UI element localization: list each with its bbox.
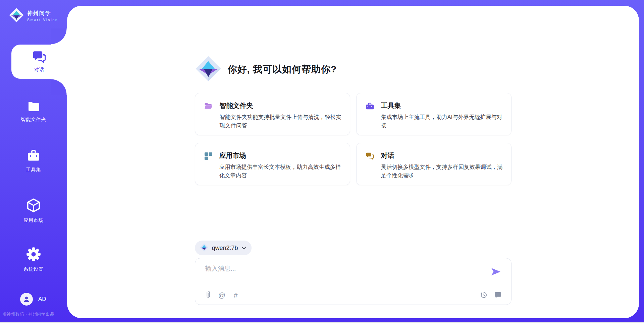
card-app-market[interactable]: 应用市场 应用市场提供丰富长文本模板，助力高效生成多样化文章内容 bbox=[195, 143, 350, 185]
user-profile[interactable]: AD bbox=[20, 293, 46, 306]
tab-curve-bottom bbox=[51, 79, 67, 95]
composer-divider bbox=[203, 286, 503, 286]
card-chat[interactable]: 对话 灵活切换多模型文件，支持多样回复效果调试，满足个性化需求 bbox=[356, 143, 512, 185]
model-diamond-icon bbox=[200, 243, 209, 253]
brand-name: 神州问学 bbox=[27, 10, 58, 17]
sidebar: 神州问学 Smart Vision 对话 bbox=[0, 0, 67, 325]
feature-cards: 智能文件夹 智能文件夹功能支持批量文件上传与清洗，轻松实现文件问答 bbox=[195, 93, 512, 185]
card-title: 工具集 bbox=[381, 101, 507, 110]
sidebar-item-smart-folder[interactable]: 智能文件夹 bbox=[0, 100, 67, 123]
mention-icon[interactable]: @ bbox=[218, 290, 226, 299]
attachment-icon[interactable] bbox=[204, 290, 213, 299]
user-initials: AD bbox=[38, 296, 46, 303]
message-input[interactable] bbox=[205, 264, 488, 284]
grid-icon bbox=[204, 152, 213, 162]
card-title: 对话 bbox=[381, 151, 507, 160]
history-icon[interactable] bbox=[480, 290, 488, 299]
sidebar-item-label: 应用市场 bbox=[23, 217, 44, 223]
avatar bbox=[20, 293, 33, 306]
copyright-text: ©神州数码 · 神州问学出品 bbox=[3, 312, 67, 317]
message-composer: @ # bbox=[195, 258, 512, 305]
sidebar-item-settings[interactable]: 系统设置 bbox=[0, 247, 67, 272]
card-title: 应用市场 bbox=[219, 151, 345, 160]
main-panel: 你好, 我可以如何帮助你? 智能文件夹 智能文件夹功能支持批量文件上传与清洗，轻… bbox=[67, 6, 639, 318]
model-selector[interactable]: qwen2:7b bbox=[195, 241, 252, 255]
chevron-down-icon bbox=[241, 245, 246, 251]
gear-icon bbox=[0, 247, 67, 263]
folder-open-icon bbox=[204, 102, 213, 111]
chat-bubble-icon[interactable] bbox=[494, 290, 502, 299]
bottom-strip bbox=[0, 322, 644, 325]
cube-icon bbox=[0, 198, 67, 214]
card-smart-folder[interactable]: 智能文件夹 智能文件夹功能支持批量文件上传与清洗，轻松实现文件问答 bbox=[195, 93, 350, 135]
card-description: 灵活切换多模型文件，支持多样回复效果调试，满足个性化需求 bbox=[381, 163, 507, 180]
chat-bubbles-icon bbox=[32, 59, 46, 64]
folder-icon bbox=[0, 100, 67, 114]
greeting-title: 你好, 我可以如何帮助你? bbox=[228, 63, 337, 76]
card-description: 智能文件夹功能支持批量文件上传与清洗，轻松实现文件问答 bbox=[220, 113, 345, 130]
card-description: 应用市场提供丰富长文本模板，助力高效生成多样化文章内容 bbox=[219, 163, 345, 180]
model-name: qwen2:7b bbox=[212, 245, 238, 252]
card-toolset[interactable]: 工具集 集成市场上主流工具，助力AI与外界无缝扩展与对接 bbox=[356, 93, 512, 135]
brand-diamond-icon bbox=[9, 7, 24, 24]
greeting-block: 你好, 我可以如何帮助你? bbox=[195, 55, 337, 83]
tab-curve-top bbox=[51, 28, 67, 45]
card-description: 集成市场上主流工具，助力AI与外界无缝扩展与对接 bbox=[381, 113, 507, 130]
brand-subtitle: Smart Vision bbox=[27, 18, 58, 22]
brand-logo: 神州问学 Smart Vision bbox=[9, 7, 58, 24]
app-logo-diamond-icon bbox=[195, 55, 222, 83]
sidebar-item-label: 对话 bbox=[11, 67, 67, 73]
sidebar-item-chat[interactable]: 对话 bbox=[11, 45, 67, 79]
send-icon[interactable] bbox=[490, 266, 501, 277]
hashtag-icon[interactable]: # bbox=[231, 290, 240, 299]
sidebar-item-app-market[interactable]: 应用市场 bbox=[0, 198, 67, 223]
sidebar-item-label: 工具集 bbox=[26, 167, 41, 172]
sidebar-item-label: 系统设置 bbox=[23, 266, 44, 272]
card-title: 智能文件夹 bbox=[220, 101, 345, 110]
chat-bubbles-icon bbox=[365, 152, 374, 161]
briefcase-icon bbox=[0, 149, 67, 164]
briefcase-icon bbox=[365, 102, 374, 111]
sidebar-item-toolset[interactable]: 工具集 bbox=[0, 149, 67, 173]
sidebar-item-label: 智能文件夹 bbox=[21, 117, 46, 122]
app-window: 神州问学 Smart Vision 对话 bbox=[0, 0, 644, 325]
